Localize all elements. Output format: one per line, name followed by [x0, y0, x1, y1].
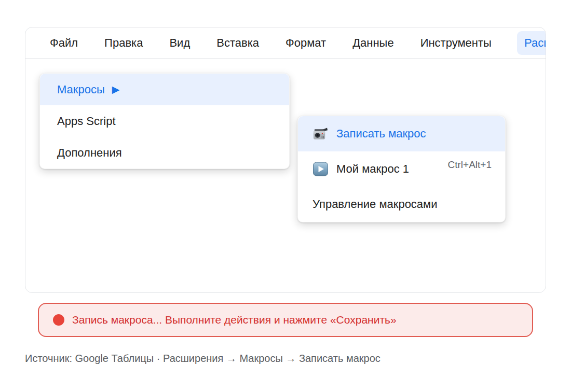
extensions-dropdown-menu: Макросы ▶ Apps Script Дополнения: [39, 73, 290, 169]
menubar-item-tools[interactable]: Инструменты: [420, 36, 492, 50]
menu-item-macros-label: Макросы: [57, 83, 105, 96]
shortcut-label: Ctrl+Alt+1: [448, 159, 492, 171]
macros-submenu: Записать макрос Мой макрос 1 Ctrl+Alt+1 …: [297, 116, 506, 222]
play-icon: [312, 162, 329, 176]
menubar-item-file[interactable]: Файл: [50, 36, 78, 50]
menu-item-record-macro-label: Записать макрос: [336, 127, 426, 141]
menubar-item-insert[interactable]: Вставка: [216, 36, 259, 50]
menu-item-macros[interactable]: Макросы ▶: [40, 74, 289, 105]
menu-bar: Файл Правка Вид Вставка Формат Данные Ин…: [25, 27, 546, 59]
menu-item-apps-script[interactable]: Apps Script: [40, 105, 289, 137]
video-camera-icon: [312, 127, 329, 141]
recording-alert: Запись макроса... Выполните действия и н…: [38, 303, 533, 337]
menubar-item-view[interactable]: Вид: [169, 36, 190, 50]
menu-item-apps-script-label: Apps Script: [57, 115, 116, 128]
menu-item-my-macro-1[interactable]: Мой макрос 1 Ctrl+Alt+1: [298, 151, 505, 187]
menubar-item-format[interactable]: Формат: [286, 36, 326, 50]
source-caption: Источник: Google Таблицы · Расширения → …: [25, 353, 380, 365]
menu-item-addons-label: Дополнения: [57, 146, 122, 160]
recording-indicator-icon: [53, 314, 64, 326]
recording-alert-text: Запись макроса... Выполните действия и н…: [72, 314, 397, 326]
menu-item-manage-macros[interactable]: Управление макросами: [298, 187, 505, 222]
menubar-item-extensions[interactable]: Расширения: [517, 31, 546, 55]
menu-item-my-macro-1-label: Мой макрос 1: [336, 162, 409, 176]
menu-item-addons[interactable]: Дополнения: [40, 137, 289, 169]
sheets-demo-card: Файл Правка Вид Вставка Формат Данные Ин…: [25, 27, 546, 293]
menu-item-record-macro[interactable]: Записать макрос: [298, 116, 505, 151]
menubar-item-data[interactable]: Данные: [352, 36, 393, 50]
menu-item-manage-macros-label: Управление макросами: [312, 198, 438, 211]
menubar-item-edit[interactable]: Правка: [104, 36, 143, 50]
submenu-arrow-icon: ▶: [112, 85, 120, 94]
